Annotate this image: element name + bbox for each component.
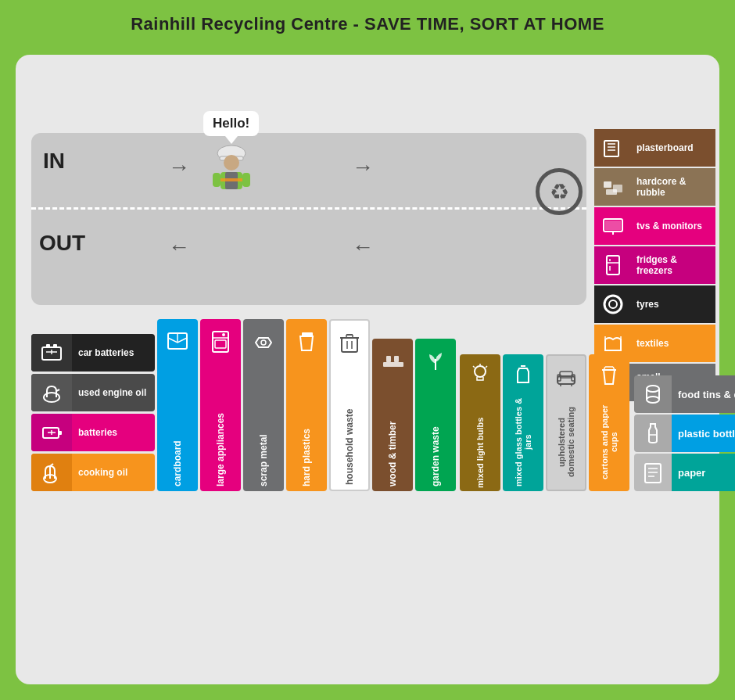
fridges-label: fridges & freezers	[632, 246, 715, 284]
paper-bin: paper	[634, 454, 735, 491]
svg-rect-32	[46, 344, 50, 348]
svg-rect-7	[220, 178, 242, 181]
svg-point-2	[224, 155, 239, 171]
svg-rect-50	[342, 338, 357, 352]
wood-timber-bin: wood & timber	[372, 339, 413, 491]
svg-point-24	[609, 300, 617, 308]
car-batteries-bin: car batteries	[31, 334, 155, 372]
mixed-bulbs-label: mixed light bulbs	[474, 393, 486, 491]
svg-line-63	[473, 366, 475, 368]
plastic-bottles-label: plastic bottles	[672, 415, 735, 452]
svg-point-60	[475, 366, 486, 377]
svg-rect-78	[645, 464, 661, 483]
vertical-bins: cardboard large appliances scrap metal	[157, 319, 456, 491]
right-panel-plasterboard: plasterboard	[594, 129, 715, 167]
svg-point-74	[647, 397, 659, 403]
right-panel-hardcore: hardcore & rubble	[594, 168, 715, 206]
tyres-label: tyres	[632, 285, 715, 323]
svg-rect-5	[213, 173, 220, 187]
svg-rect-33	[53, 344, 57, 348]
svg-line-62	[486, 366, 487, 368]
svg-rect-12	[604, 181, 611, 188]
svg-rect-58	[386, 356, 391, 362]
cooking-oil-label: cooking oil	[72, 454, 155, 491]
car-batteries-label: car batteries	[72, 334, 155, 372]
used-engine-oil-label: used engine oil	[72, 374, 155, 411]
middle-bins: mixed light bulbs mixed glass bottles & …	[460, 354, 629, 491]
household-waste-bin: household waste	[329, 319, 370, 491]
svg-rect-19	[607, 256, 619, 275]
large-appliances-bin: large appliances	[200, 319, 241, 491]
svg-point-48	[261, 340, 266, 345]
large-appliances-label: large appliances	[213, 362, 228, 491]
svg-point-23	[604, 296, 622, 313]
page-title: Rainhill Recycling Centre - SAVE TIME, S…	[0, 0, 735, 42]
scrap-metal-bin: scrap metal	[243, 319, 284, 491]
svg-rect-14	[606, 189, 617, 195]
cardboard-bin: cardboard	[157, 319, 198, 491]
right-panel-tyres: tyres	[594, 285, 715, 323]
svg-point-46	[222, 333, 225, 336]
cartons-bin: cartons and paper cups	[589, 354, 629, 491]
wood-timber-label: wood & timber	[385, 382, 400, 491]
cartons-label: cartons and paper cups	[598, 393, 620, 491]
right-bottom-bins: food tins & drink cans plastic bottles p…	[634, 375, 735, 491]
arrow-in-1: →	[168, 155, 190, 180]
batteries-bin: batteries	[31, 414, 155, 451]
in-label: IN	[43, 149, 65, 174]
worker-area: Hello!	[203, 111, 259, 201]
cooking-oil-bin: cooking oil	[31, 454, 155, 491]
garden-waste-bin: garden waste	[415, 339, 456, 491]
scrap-metal-label: scrap metal	[256, 362, 271, 491]
arrow-out-1: ←	[168, 235, 190, 260]
bins-area: car batteries used engine oil batteries …	[31, 319, 715, 491]
upholstered-seating-label: upholstered domestic seating	[555, 395, 577, 490]
paper-label: paper	[672, 454, 735, 491]
upholstered-seating-bin: upholstered domestic seating	[546, 354, 586, 491]
speech-bubble: Hello!	[203, 111, 259, 136]
svg-rect-38	[59, 431, 62, 435]
garden-waste-label: garden waste	[428, 382, 443, 491]
mixed-bulbs-bin: mixed light bulbs	[460, 354, 500, 491]
svg-rect-8	[604, 141, 618, 156]
right-panel-fridges: fridges & freezers	[594, 246, 715, 284]
worker-icon	[203, 139, 259, 201]
batteries-label: batteries	[72, 414, 155, 451]
tvs-label: tvs & monitors	[632, 207, 715, 245]
plasterboard-label: plasterboard	[632, 129, 715, 167]
svg-rect-59	[394, 356, 399, 362]
cardboard-label: cardboard	[170, 362, 185, 491]
svg-rect-16	[605, 221, 621, 230]
food-tins-bin: food tins & drink cans	[634, 375, 735, 413]
out-label: OUT	[39, 231, 85, 256]
household-waste-label: household waste	[342, 364, 357, 490]
svg-rect-57	[383, 362, 403, 367]
food-tins-label: food tins & drink cans	[672, 375, 735, 413]
main-area: IN OUT → → ← ← Hello!	[16, 55, 719, 684]
hardcore-label: hardcore & rubble	[632, 168, 715, 206]
road	[31, 133, 586, 305]
hard-plastics-bin: hard plastics	[286, 319, 327, 491]
hard-plastics-label: hard plastics	[299, 362, 314, 491]
arrow-in-2: →	[352, 155, 374, 180]
left-bins: car batteries used engine oil batteries …	[31, 334, 155, 491]
road-divider	[31, 207, 586, 210]
arrow-out-2: ←	[352, 235, 374, 260]
used-engine-oil-bin: used engine oil	[31, 374, 155, 411]
svg-rect-47	[215, 340, 226, 348]
svg-rect-6	[242, 173, 250, 187]
right-panel-tvs: tvs & monitors	[594, 207, 715, 245]
mixed-glass-label: mixed glass bottles & jars	[512, 393, 534, 491]
mixed-glass-bin: mixed glass bottles & jars	[503, 354, 543, 491]
recycle-symbol: ♻	[536, 168, 583, 215]
plastic-bottles-bin: plastic bottles	[634, 415, 735, 452]
svg-point-73	[647, 386, 659, 392]
